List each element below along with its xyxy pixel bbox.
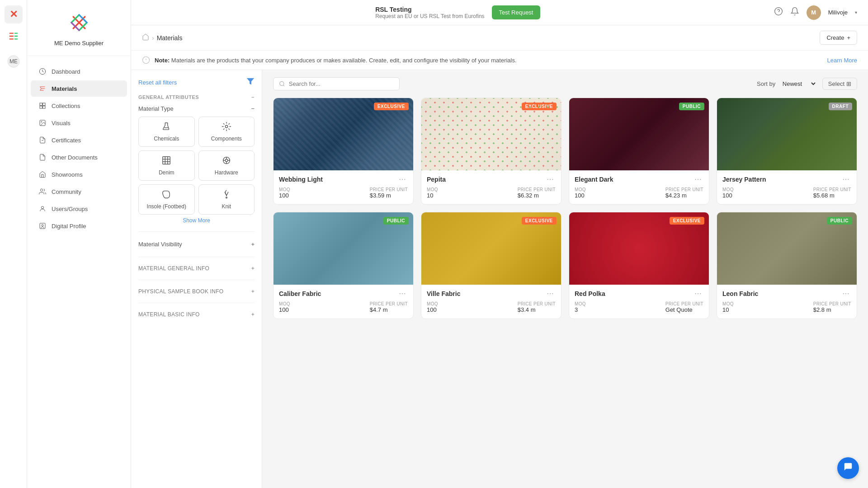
general-attributes-header: GENERAL ATTRIBUTES − [138,94,255,100]
material-basic-info-label: MATERIAL BASIC INFO [138,311,200,318]
content-area: Reset all filters GENERAL ATTRIBUTES − M… [131,70,868,488]
material-card-1[interactable]: EXCLUSIVE Webbing Light ⋯ MOQ 100 [273,98,414,205]
moq-value-4: 100 [722,192,734,199]
moq-value-2: 10 [427,192,438,199]
user-chevron-icon[interactable]: ▾ [855,10,857,15]
learn-more-link[interactable]: Learn More [827,57,857,64]
create-button[interactable]: Create + [820,31,857,45]
chat-bubble[interactable] [837,457,859,479]
card-title-8: Leon Fabric [722,290,758,297]
material-visibility-header[interactable]: Material Visibility + [138,237,255,251]
card-menu-btn-5[interactable]: ⋯ [397,289,408,298]
show-more-button[interactable]: Show More [138,217,255,224]
sidebar-item-materials[interactable]: Materials [31,80,127,97]
sidebar-item-dashboard[interactable]: Dashboard [31,63,127,80]
price-item-6: Price per unit $3.4 m [518,301,556,313]
material-card-2[interactable]: EXCLUSIVE Pepita ⋯ MOQ 10 [421,98,561,205]
material-general-info-label: MATERIAL GENERAL INFO [138,265,209,272]
card-menu-btn-4[interactable]: ⋯ [840,175,851,183]
chat-icon [843,462,853,474]
nav-rail-profile[interactable]: ME [5,52,23,70]
material-type-chemicals[interactable]: Chemicals [138,117,195,147]
card-menu-btn-6[interactable]: ⋯ [545,289,556,298]
sidebar-item-digital-profile[interactable]: Digital Profile [31,218,127,234]
svg-point-25 [774,8,782,15]
avatar[interactable]: M [807,5,821,20]
sidebar-item-community[interactable]: Community [31,183,127,200]
sidebar-item-label-showrooms: Showrooms [52,171,83,178]
test-request-button[interactable]: Test Request [492,5,541,19]
note-text: Note: Materials are the products that yo… [155,57,517,64]
price-value-7: Get Quote [665,306,703,313]
sidebar-item-collections[interactable]: Collections [31,98,127,114]
sidebar-item-label-materials: Materials [52,85,77,92]
user-name: Milivoje [828,9,848,16]
material-card-7[interactable]: EXCLUSIVE Red Polka ⋯ MOQ 3 [569,212,709,319]
card-menu-btn-3[interactable]: ⋯ [693,175,703,183]
moq-label-3: MOQ [575,187,586,192]
moq-label-4: MOQ [722,187,734,192]
filter-material-basic-info[interactable]: MATERIAL BASIC INFO + [138,309,255,320]
material-type-knit[interactable]: Knit [198,184,255,215]
select-button-label: Select [828,80,844,87]
filter-physical-sample[interactable]: PHYSICAL SAMPLE BOOK INFO + [138,286,255,297]
sort-by: Sort by Newest Oldest Name A-Z Name Z-A [757,80,817,88]
material-type-denim[interactable]: Denim [138,150,195,181]
sort-by-label: Sort by [757,80,775,87]
card-body-2: Pepita ⋯ MOQ 10 Price per unit [421,170,561,204]
badge-exclusive-6: EXCLUSIVE [522,217,557,225]
price-item-2: Price per unit $6.32 m [518,187,556,199]
price-label-1: Price per unit [370,187,408,192]
material-card-3[interactable]: PUBLIC Elegant Dark ⋯ MOQ 100 [569,98,709,205]
sidebar-item-certificates[interactable]: Certificates [31,132,127,148]
material-card-8[interactable]: PUBLIC Leon Fabric ⋯ MOQ 10 [717,212,857,319]
sidebar-item-other-documents[interactable]: Other Documents [31,149,127,165]
nav-rail-close[interactable]: ✕ [5,5,23,23]
card-image-ville: EXCLUSIVE [421,212,561,285]
reset-filters-button[interactable]: Reset all filters [138,79,177,86]
card-menu-btn-1[interactable]: ⋯ [397,175,408,183]
info-icon [142,56,150,64]
svg-point-22 [41,206,43,209]
material-card-5[interactable]: PUBLIC Caliber Fabric ⋯ MOQ 100 [273,212,414,319]
material-type-components[interactable]: Components [198,117,255,147]
material-card-4[interactable]: DRAFT Jersey Pattern ⋯ MOQ 100 [717,98,857,205]
price-label-6: Price per unit [518,301,556,306]
home-icon[interactable] [142,33,149,42]
card-menu-btn-8[interactable]: ⋯ [840,289,851,298]
material-type-section: Material Type − Chemicals [138,105,255,224]
material-card-6[interactable]: EXCLUSIVE Ville Fabric ⋯ MOQ 100 [421,212,561,319]
sidebar-item-showrooms[interactable]: Showrooms [31,166,127,183]
knit-icon [222,189,231,202]
create-plus-icon: + [847,34,850,41]
card-image-jersey: DRAFT [717,98,857,170]
help-icon[interactable] [774,7,783,18]
toolbar-right: Sort by Newest Oldest Name A-Z Name Z-A … [757,78,857,90]
price-item-8: Price per unit $2.8 m [813,301,851,313]
price-value-1: $3.59 m [370,192,408,199]
card-title-row-4: Jersey Pattern ⋯ [722,175,851,183]
sort-select[interactable]: Newest Oldest Name A-Z Name Z-A [781,80,817,88]
select-button[interactable]: Select ⊞ [822,78,857,90]
search-input[interactable] [289,80,394,87]
material-type-hardware[interactable]: Hardware [198,150,255,181]
filter-material-general-info[interactable]: MATERIAL GENERAL INFO + [138,263,255,274]
price-label-5: Price per unit [370,301,408,306]
nav-rail-menu[interactable] [5,27,23,45]
material-general-info-plus-icon: + [251,265,255,272]
svg-point-44 [280,81,284,85]
material-type-insole[interactable]: Insole (Footbed) [138,184,195,215]
card-menu-btn-7[interactable]: ⋯ [693,289,703,298]
card-title-4: Jersey Pattern [722,176,766,183]
moq-item-5: MOQ 100 [279,301,290,313]
sidebar-item-visuals[interactable]: Visuals [31,115,127,131]
material-type-minus-icon: − [251,105,255,112]
sidebar-item-users-groups[interactable]: Users/Groups [31,201,127,217]
bell-icon[interactable] [790,7,799,18]
price-item-4: Price per unit $5.68 m [813,187,851,199]
svg-rect-16 [40,106,42,108]
card-menu-btn-2[interactable]: ⋯ [545,175,556,183]
card-title-7: Red Polka [575,290,605,297]
card-image-red-polka: EXCLUSIVE [569,212,709,285]
sidebar-item-label-visuals: Visuals [52,120,71,127]
